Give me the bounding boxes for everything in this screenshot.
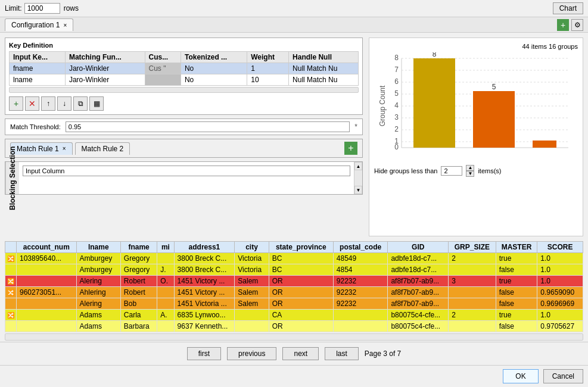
table-row[interactable]: 🔀 Alering Robert O. 1451 Victory ... Sal… (5, 276, 583, 287)
threshold-label: Match Threshold: (10, 123, 61, 130)
col-header-indicator (5, 242, 17, 253)
results-table: account_num lname fname mi address1 city… (5, 241, 583, 332)
key-down-btn[interactable]: ↓ (57, 96, 71, 111)
key-definition-label: Key Definition (9, 42, 53, 49)
col-matching: Matching Fun... (65, 52, 145, 63)
blocking-input[interactable] (23, 166, 350, 176)
limit-label: Limit: (5, 4, 22, 13)
ok-button[interactable]: OK (503, 369, 538, 383)
match-rule-1-tab[interactable]: Match Rule 1 × (10, 142, 73, 155)
match-rule-1-close[interactable]: × (63, 145, 66, 152)
key-add-btn[interactable]: + (9, 96, 23, 111)
col-header-grpsize: GRP_SIZE (449, 242, 496, 253)
key-delete-btn[interactable]: ✕ (25, 96, 39, 111)
match-rule-2-label: Match Rule 2 (82, 145, 124, 153)
col-weight: Weight (247, 52, 289, 63)
threshold-star: * (354, 123, 357, 131)
col-header-state: state_province (269, 242, 333, 253)
col-cus: Cus... (145, 52, 181, 63)
svg-text:2: 2 (394, 125, 399, 133)
col-header-account: account_num (17, 242, 77, 253)
config-tab[interactable]: Configuration 1 × (5, 18, 73, 31)
hide-groups-items-label: items(s) (478, 167, 501, 174)
hide-groups-label: Hide groups less than (374, 167, 437, 174)
col-input-key: Input Ke... (10, 52, 66, 63)
hide-groups-spin-down[interactable]: ▼ (466, 171, 474, 177)
blocking-scroll-down[interactable]: ▼ (354, 186, 362, 194)
last-button[interactable]: last (325, 347, 359, 360)
svg-text:7: 7 (394, 65, 399, 74)
next-button[interactable]: next (282, 347, 319, 360)
svg-text:Group Count: Group Count (378, 85, 387, 126)
table-row[interactable]: 🔀 960273051... Ahlering Robert 1451 Vict… (5, 287, 583, 298)
threshold-input[interactable] (66, 121, 350, 132)
svg-text:6: 6 (394, 77, 399, 86)
chart-title: 44 items 16 groups (374, 43, 578, 50)
table-row[interactable]: Adams Barbara 9637 Kenneth... OR b80075c… (5, 321, 583, 332)
col-header-master: MASTER (496, 242, 537, 253)
svg-text:8: 8 (394, 54, 399, 62)
svg-text:5: 5 (492, 83, 496, 91)
svg-rect-22 (473, 91, 515, 148)
table-row[interactable]: Amburgey Gregory J. 3800 Breck C... Vict… (5, 264, 583, 276)
rows-label: rows (64, 4, 79, 13)
svg-rect-24 (533, 141, 556, 148)
hide-groups-spin-up[interactable]: ▲ (466, 165, 474, 171)
table-row[interactable]: 🔀 Adams Carla A. 6835 Lynwoo... CA b8007… (5, 310, 583, 321)
blocking-label: Blocking Selection (5, 162, 19, 194)
col-header-score: SCORE (537, 242, 583, 253)
match-rule-2-tab[interactable]: Match Rule 2 (75, 142, 130, 155)
previous-button[interactable]: previous (227, 347, 276, 360)
svg-text:3: 3 (394, 113, 399, 121)
chart-button[interactable]: Chart (553, 2, 583, 14)
svg-text:0: 0 (394, 143, 399, 151)
col-header-city: city (235, 242, 269, 253)
cancel-button[interactable]: Cancel (543, 369, 583, 383)
col-header-gid: GID (388, 242, 449, 253)
svg-rect-20 (413, 58, 455, 148)
col-handle-null: Handle Null (289, 52, 359, 63)
svg-text:5: 5 (394, 89, 399, 98)
col-header-fname: fname (120, 242, 157, 253)
col-header-lname: lname (76, 242, 120, 253)
svg-text:8: 8 (433, 52, 437, 58)
key-row-fname[interactable]: fname Jaro-Winkler Cus " No 1 Null Match… (10, 63, 359, 74)
limit-input[interactable] (24, 3, 60, 14)
hide-groups-input[interactable] (441, 166, 462, 176)
key-copy-btn[interactable]: ⧉ (73, 96, 88, 111)
first-button[interactable]: first (187, 347, 221, 360)
key-row-lname[interactable]: lname Jaro-Winkler No 10 Null Match Nu (10, 74, 359, 86)
col-header-mi: mi (157, 242, 174, 253)
key-extra-btn[interactable]: ▦ (89, 96, 104, 111)
col-header-postal: postal_code (333, 242, 388, 253)
match-rule-1-label: Match Rule 1 (17, 145, 59, 153)
add-config-button[interactable]: + (557, 19, 569, 31)
page-info: Page 3 of 7 (365, 349, 401, 358)
col-header-address: address1 (174, 242, 235, 253)
config-tab-close[interactable]: × (63, 22, 67, 29)
blocking-scroll-up[interactable]: ▲ (354, 162, 362, 170)
table-row[interactable]: Alering Bob 1451 Victoria ... Salem OR 9… (5, 298, 583, 310)
svg-text:4: 4 (394, 101, 399, 110)
config-options-button[interactable]: ⚙ (571, 19, 583, 31)
bar-chart: 8 7 6 5 4 3 2 1 0 Group Count 8 5 (378, 52, 574, 163)
key-up-btn[interactable]: ↑ (41, 96, 55, 111)
add-match-rule-btn[interactable]: + (344, 142, 357, 155)
table-row[interactable]: 🔀 103895640... Amburgey Gregory 3800 Bre… (5, 253, 583, 264)
config-tab-label: Configuration 1 (11, 21, 60, 29)
col-tokenized: Tokenized ... (181, 52, 247, 63)
key-definition-table: Input Ke... Matching Fun... Cus... Token… (9, 51, 359, 86)
